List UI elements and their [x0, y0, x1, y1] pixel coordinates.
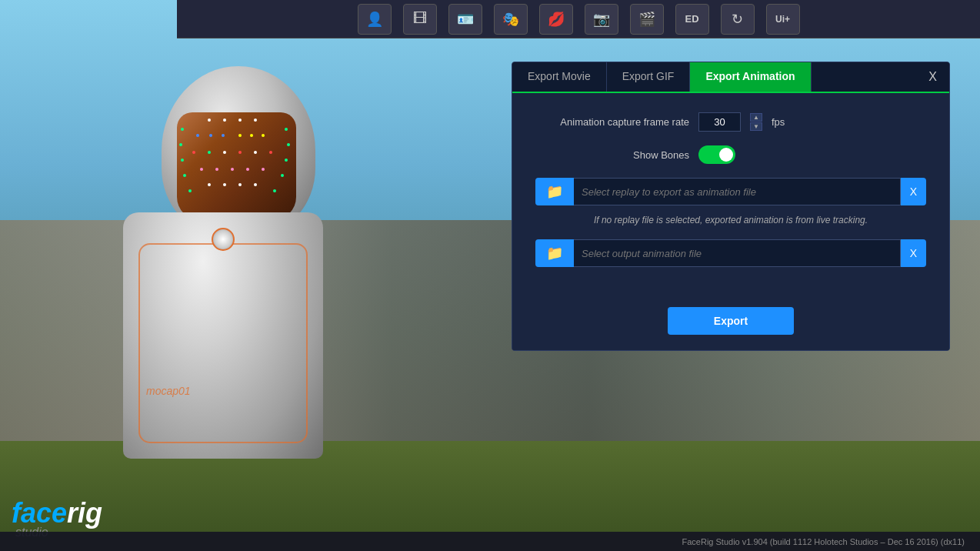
toolbar-btn-video[interactable]: 🎬: [630, 4, 664, 35]
show-bones-label: Show Bones: [535, 149, 689, 161]
toolbar-btn-camera[interactable]: 📷: [585, 4, 618, 35]
folder-icon: 📁: [546, 183, 563, 200]
logo-text: facerig: [12, 497, 102, 529]
robot-figure: mocap01: [62, 28, 492, 528]
output-file-clear-button[interactable]: X: [901, 239, 926, 267]
robot-mocap-label: mocap01: [146, 385, 191, 397]
toolbar-btn-mouth[interactable]: 💋: [539, 4, 573, 35]
tab-export-movie[interactable]: Export Movie: [512, 62, 607, 92]
toolbar-btn-refresh[interactable]: ↻: [721, 4, 755, 35]
logo-rig: rig: [67, 497, 102, 529]
frame-rate-spinner: ▲ ▼: [750, 113, 762, 131]
replay-hint-text: If no replay file is selected, exported …: [535, 215, 926, 225]
toolbar-btn-edit[interactable]: ED: [675, 4, 709, 35]
robot-face: [177, 112, 296, 220]
logo-face: face: [12, 497, 67, 529]
face-tracking-dots: [177, 112, 296, 220]
replay-file-browse-button[interactable]: 📁: [535, 178, 574, 205]
robot-body: mocap01: [100, 66, 423, 528]
output-file-input[interactable]: [574, 239, 901, 267]
output-file-browse-button[interactable]: 📁: [535, 239, 574, 267]
replay-file-clear-button[interactable]: X: [901, 178, 926, 205]
robot-head: [162, 66, 315, 235]
dialog-tabs: Export Movie Export GIF Export Animation…: [512, 62, 949, 93]
status-version-text: FaceRig Studio v1.904 (build 1112 Holote…: [682, 537, 965, 546]
toolbar-btn-puppet[interactable]: 🎭: [494, 4, 528, 35]
tab-export-animation[interactable]: Export Animation: [690, 62, 811, 92]
robot-torso-detail: [138, 243, 308, 443]
frame-rate-row: Animation capture frame rate ▲ ▼ fps: [535, 112, 926, 132]
toolbar-btn-id-card[interactable]: 🪪: [448, 4, 482, 35]
tab-export-gif[interactable]: Export GIF: [607, 62, 691, 92]
export-dialog: Export Movie Export GIF Export Animation…: [512, 62, 950, 351]
toolbar-btn-person[interactable]: 👤: [358, 4, 392, 35]
robot-torso: mocap01: [123, 212, 323, 459]
toggle-track: [698, 145, 735, 164]
replay-file-row: 📁 X: [535, 178, 926, 205]
frame-rate-increment[interactable]: ▲: [750, 113, 762, 122]
output-file-row: 📁 X: [535, 239, 926, 267]
export-button[interactable]: Export: [668, 307, 794, 335]
status-bar: FaceRig Studio v1.904 (build 1112 Holote…: [0, 532, 980, 551]
frame-rate-input[interactable]: [698, 112, 741, 132]
robot-chest-circle: [212, 228, 235, 251]
dialog-body: Animation capture frame rate ▲ ▼ fps Sho…: [512, 93, 949, 296]
frame-rate-decrement[interactable]: ▼: [750, 122, 762, 131]
folder-icon-output: 📁: [546, 245, 563, 262]
dialog-close-button[interactable]: X: [916, 62, 949, 92]
toolbar-btn-film-strip[interactable]: 🎞: [403, 4, 437, 35]
replay-file-input[interactable]: [574, 178, 901, 205]
export-button-container: Export: [512, 296, 949, 350]
frame-rate-unit: fps: [772, 116, 785, 128]
toggle-knob: [719, 148, 733, 162]
toolbar: 👤 🎞 🪪 🎭 💋 📷 🎬 ED ↻ Ui+: [177, 0, 980, 38]
toolbar-btn-ui-plus[interactable]: Ui+: [766, 4, 800, 35]
show-bones-toggle[interactable]: [698, 145, 735, 164]
show-bones-row: Show Bones: [535, 145, 926, 164]
frame-rate-label: Animation capture frame rate: [535, 116, 689, 128]
